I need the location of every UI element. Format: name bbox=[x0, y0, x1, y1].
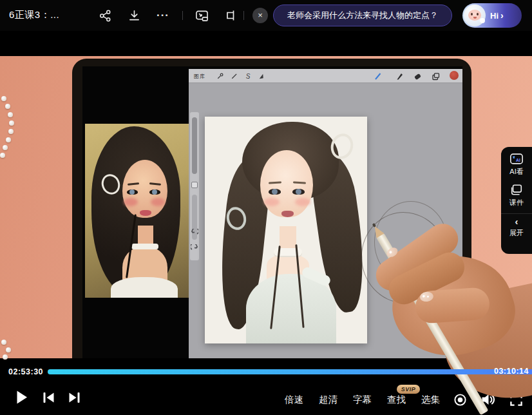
progress-bar[interactable] bbox=[48, 369, 532, 374]
video-title: 6正课3：... bbox=[9, 9, 59, 21]
share-icon[interactable] bbox=[97, 8, 113, 23]
find-button[interactable]: 查找 bbox=[387, 394, 406, 406]
cast-icon[interactable] bbox=[222, 8, 238, 23]
speed-button[interactable]: 倍速 bbox=[285, 394, 303, 406]
top-bar: 6正课3：... ··· bbox=[0, 0, 532, 31]
close-icon[interactable]: × bbox=[252, 8, 268, 23]
download-icon[interactable] bbox=[126, 8, 142, 23]
redo-icon bbox=[191, 244, 198, 251]
ai-watch-label: AI看 bbox=[509, 167, 523, 177]
pearl-decoration bbox=[6, 137, 11, 142]
pearl-decoration bbox=[9, 121, 14, 126]
chevron-left-icon: ‹ bbox=[515, 217, 518, 226]
topbar-divider bbox=[182, 11, 183, 20]
color-swatch-icon bbox=[450, 71, 459, 80]
drawing-canvas bbox=[205, 117, 367, 343]
ai-question-pill[interactable]: 老师会采用什么方法来寻找人物的定点？ bbox=[273, 5, 452, 26]
reference-photo bbox=[85, 124, 190, 298]
duration-time: 03:10:14 bbox=[494, 367, 529, 376]
ai-question-text: 老师会采用什么方法来寻找人物的定点？ bbox=[287, 10, 438, 21]
next-episode-button[interactable] bbox=[68, 392, 81, 403]
play-button[interactable] bbox=[15, 390, 28, 405]
current-time: 02:53:30 bbox=[8, 367, 43, 376]
pearl-decoration bbox=[8, 112, 13, 117]
episodes-button[interactable]: 选集 bbox=[421, 394, 440, 406]
adjustments-wand-icon bbox=[229, 71, 239, 81]
pearl-decoration bbox=[1, 96, 6, 101]
pearl-decoration bbox=[0, 153, 5, 158]
procreate-gallery-label: 图库 bbox=[194, 73, 205, 80]
eraser-tool-icon bbox=[412, 71, 423, 81]
procreate-sidebar bbox=[190, 112, 199, 260]
mini-player-icon[interactable] bbox=[194, 8, 209, 23]
video-surface[interactable]: 图库 S bbox=[0, 56, 532, 358]
svip-badge: SVIP bbox=[397, 385, 420, 394]
side-panel: AI AI看 课件 ‹ 展开 bbox=[501, 147, 532, 254]
actions-wrench-icon bbox=[214, 71, 225, 81]
layers-icon bbox=[430, 71, 441, 81]
pearl-decoration bbox=[8, 129, 14, 134]
assistant-avatar bbox=[464, 5, 486, 26]
more-icon[interactable]: ··· bbox=[155, 8, 171, 27]
expand-button[interactable]: ‹ 展开 bbox=[509, 214, 524, 238]
assistant-greeting: Hi bbox=[490, 11, 499, 21]
courseware-button[interactable]: 课件 bbox=[509, 184, 524, 208]
chevron-right-icon: › bbox=[500, 10, 504, 21]
video-player-app: 6正课3：... ··· bbox=[0, 0, 532, 415]
pearl-decoration bbox=[1, 340, 6, 345]
progress-played bbox=[48, 369, 532, 374]
pearl-decoration bbox=[3, 354, 8, 360]
transform-arrow-icon bbox=[256, 71, 266, 81]
selection-tool-icon: S bbox=[243, 71, 253, 81]
settings-icon[interactable] bbox=[453, 393, 467, 407]
smudge-tool-icon bbox=[394, 71, 404, 81]
previous-episode-button[interactable] bbox=[43, 392, 55, 403]
topbar-divider bbox=[243, 11, 244, 20]
pearl-decoration bbox=[3, 145, 8, 150]
subtitle-button[interactable]: 字幕 bbox=[353, 394, 372, 406]
pearl-decoration bbox=[6, 347, 11, 352]
undo-icon bbox=[191, 229, 198, 235]
svg-text:AI: AI bbox=[516, 158, 520, 162]
procreate-toolbar: 图库 S bbox=[189, 69, 462, 83]
pearl-decoration bbox=[5, 104, 10, 109]
assistant-button[interactable]: Hi › bbox=[462, 3, 522, 28]
courseware-label: 课件 bbox=[509, 198, 524, 208]
quality-button[interactable]: 超清 bbox=[319, 394, 337, 406]
expand-label: 展开 bbox=[509, 228, 524, 238]
ai-watch-button[interactable]: AI AI看 bbox=[509, 153, 524, 177]
brush-tool-icon bbox=[372, 71, 383, 81]
